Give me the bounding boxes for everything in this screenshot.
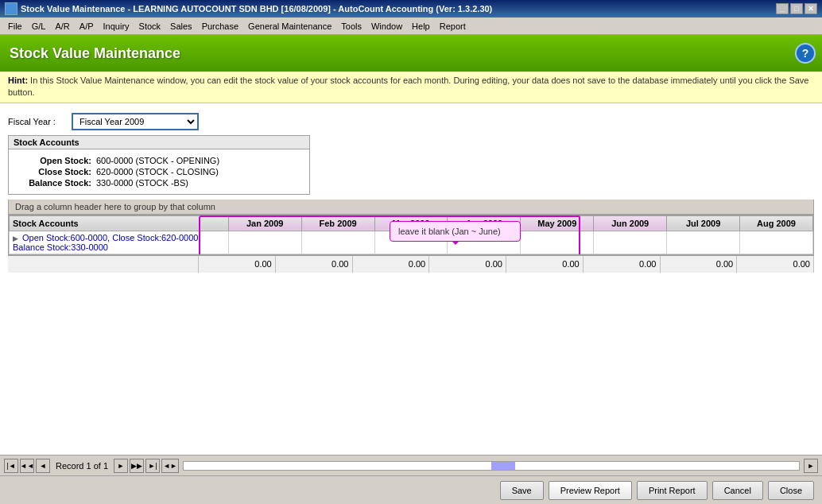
balance-stock-label: Balance Stock: [17,178,96,188]
menu-tools[interactable]: Tools [336,20,366,33]
print-report-button[interactable]: Print Report [637,481,708,500]
jan-value-cell[interactable] [228,231,301,254]
menu-gl[interactable]: G/L [27,20,51,33]
drag-hint-bar: Drag a column header here to group by th… [8,200,814,215]
col-header-aug2009: Aug 2009 [740,215,813,231]
jul-value-cell[interactable] [667,231,740,254]
record-info: Record 1 of 1 [51,461,113,471]
jun-value-cell[interactable] [594,231,667,254]
aug-value-cell[interactable] [740,231,813,254]
col-header-feb2009: Feb 2009 [301,215,374,231]
close-stock-row: Close Stock: 620-0000 (STOCK - CLOSING) [17,167,301,176]
fiscal-year-label: Fiscal Year : [8,117,72,126]
content-area: Fiscal Year : Fiscal Year 2009 Fiscal Ye… [0,103,822,455]
may-value-cell[interactable] [521,231,594,254]
close-button[interactable]: ✕ [805,3,817,14]
navigation-bar: |◄ ◄◄ ◄ Record 1 of 1 ► ▶▶ ►| ◄► ► [0,455,822,475]
total-jan: 0.00 [199,256,276,273]
col-header-jun2009: Jun 2009 [594,215,667,231]
close-button[interactable]: Close [768,481,814,500]
total-jun: 0.00 [584,256,661,273]
cancel-button[interactable]: Cancel [712,481,763,500]
menu-purchase[interactable]: Purchase [197,20,243,33]
nav-progress-bar[interactable] [183,461,800,471]
nav-prev-button[interactable]: ◄ [36,459,50,473]
nav-next-button[interactable]: ► [114,459,128,473]
col-header-may2009: May 2009 [521,215,594,231]
totals-bar: 0.00 0.00 0.00 0.00 0.00 0.00 0.00 0.00 [8,255,814,273]
stock-accounts-groupbox: Stock Accounts Open Stock: 600-0000 (STO… [8,135,310,195]
nav-next-page-button[interactable]: ▶▶ [130,459,144,473]
col-header-stock-accounts: Stock Accounts [10,215,229,231]
preview-report-button[interactable]: Preview Report [549,481,632,500]
total-jul: 0.00 [661,256,738,273]
app-header: Stock Value Maintenance ? [0,35,822,72]
nav-last-button[interactable]: ►| [145,459,160,473]
menu-window[interactable]: Window [366,20,407,33]
menu-stock[interactable]: Stock [134,20,166,33]
fiscal-year-row: Fiscal Year : Fiscal Year 2009 Fiscal Ye… [8,113,814,130]
menu-ar[interactable]: A/R [50,20,74,33]
menu-report[interactable]: Report [435,20,471,33]
page-title: Stock Value Maintenance [10,45,180,62]
feb-value-cell[interactable] [301,231,374,254]
maximize-button[interactable]: □ [790,3,803,14]
title-bar: Stock Value Maintenance - LEARNING AUTOC… [0,0,822,17]
open-stock-value: 600-0000 (STOCK - OPENING) [96,156,219,165]
hint-label: Hint: [8,76,28,85]
open-stock-label: Open Stock: [17,156,96,165]
title-text: Stock Value Maintenance - LEARNING AUTOC… [21,4,776,14]
fiscal-year-select-container[interactable]: Fiscal Year 2009 Fiscal Year 2008 [72,113,199,130]
hint-text: In this Stock Value Maintenance window, … [8,76,808,97]
button-bar: Save Preview Report Print Report Cancel … [0,475,822,504]
save-button[interactable]: Save [500,481,544,500]
close-stock-label: Close Stock: [17,167,96,176]
callout-text: leave it blank (Jan ~ June) [398,227,501,236]
nav-scroll-right[interactable]: ► [804,459,818,473]
total-apr: 0.00 [429,256,506,273]
app-icon [5,2,17,15]
balance-stock-row: Balance Stock: 330-0000 (STOCK -BS) [17,178,301,188]
hint-area: Hint: In this Stock Value Maintenance wi… [0,72,822,103]
menu-general-maintenance[interactable]: General Maintenance [243,20,336,33]
help-button[interactable]: ? [795,43,816,64]
stock-name-cell: ▶ Open Stock:600-0000, Close Stock:620-0… [10,231,229,254]
menu-bar: File G/L A/R A/P Inquiry Stock Sales Pur… [0,17,822,35]
balance-stock-value: 330-0000 (STOCK -BS) [96,178,188,188]
drag-hint-text: Drag a column header here to group by th… [15,202,215,211]
total-mar: 0.00 [353,256,430,273]
minimize-button[interactable]: _ [776,3,789,14]
nav-first-button[interactable]: |◄ [4,459,18,473]
fiscal-year-select[interactable]: Fiscal Year 2009 Fiscal Year 2008 [73,116,197,127]
menu-help[interactable]: Help [407,20,435,33]
total-aug: 0.00 [737,256,814,273]
total-label-cell [8,256,199,273]
menu-inquiry[interactable]: Inquiry [99,20,134,33]
total-may: 0.00 [506,256,584,273]
menu-file[interactable]: File [3,20,27,33]
stock-accounts-title: Stock Accounts [9,136,309,149]
total-feb: 0.00 [276,256,353,273]
nav-prev-page-button[interactable]: ◄◄ [20,459,34,473]
callout-tooltip: leave it blank (Jan ~ June) [390,221,521,242]
nav-expand-button[interactable]: ◄► [161,459,179,473]
col-header-jul2009: Jul 2009 [667,215,740,231]
nav-progress-thumb [491,462,515,470]
menu-sales[interactable]: Sales [165,20,197,33]
close-stock-value: 620-0000 (STOCK - CLOSING) [96,167,219,176]
open-stock-row: Open Stock: 600-0000 (STOCK - OPENING) [17,156,301,165]
col-header-jan2009: Jan 2009 [228,215,301,231]
menu-ap[interactable]: A/P [75,20,99,33]
